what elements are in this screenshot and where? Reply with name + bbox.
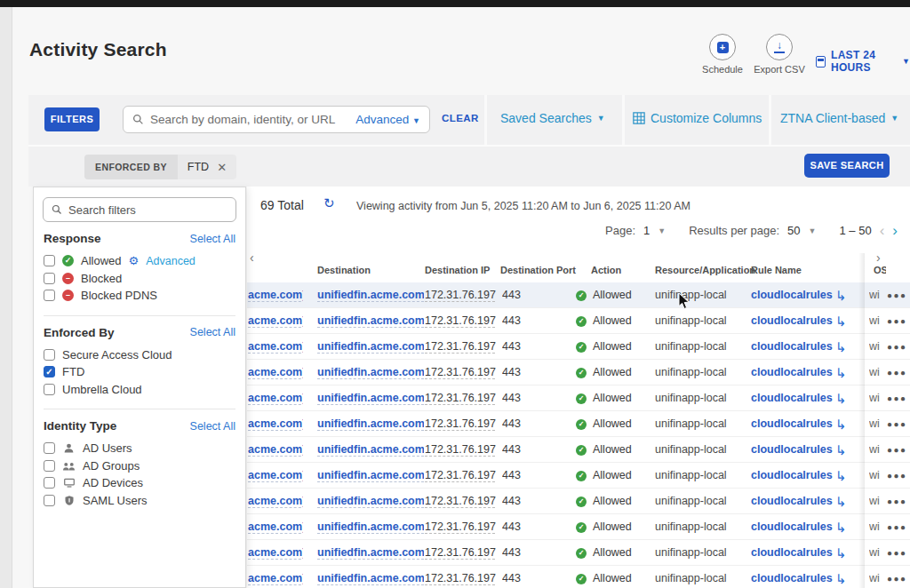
drilldown-arrow-icon[interactable]: ↳ [835,489,853,514]
row-menu-button[interactable]: ●●● [887,308,910,334]
identity-link[interactable]: acme.com) [248,437,303,463]
destination-ip-cell[interactable]: 172.31.76.197 [425,308,499,334]
destination-link[interactable]: unifiedfin.acme.com [317,282,424,308]
identity-link[interactable]: acme.com) [248,385,303,411]
checkbox[interactable] [44,477,55,489]
destination-link[interactable]: unifiedfin.acme.com [317,566,424,588]
saved-searches-dropdown[interactable]: Saved Searches▼ [500,111,605,125]
destination-ip-cell[interactable]: 172.31.76.197 [425,566,499,588]
table-row[interactable]: acme.com)unifiedfin.acme.com172.31.76.19… [247,385,910,411]
gear-icon[interactable]: ⚙ [129,255,140,266]
drilldown-arrow-icon[interactable]: ↳ [835,360,853,385]
row-menu-button[interactable]: ●●● [887,334,910,360]
row-menu-button[interactable]: ●●● [887,282,910,308]
table-row[interactable]: acme.com)unifiedfin.acme.com172.31.76.19… [247,437,910,463]
prev-page-icon[interactable]: ‹ [880,225,885,237]
filter-option[interactable]: –Blocked PDNS [44,287,235,305]
checkbox[interactable] [44,290,55,301]
export-csv-button[interactable]: ↓ Export CSV [751,34,808,75]
row-menu-button[interactable]: ●●● [887,566,910,588]
checkbox[interactable] [44,495,55,506]
rule-name-link[interactable]: cloudlocalrules [751,514,836,540]
select-all-link[interactable]: Select All [190,420,235,433]
page-number[interactable]: 1 [643,224,650,237]
checkbox[interactable] [44,255,55,266]
destination-link[interactable]: unifiedfin.acme.com [317,540,424,566]
rule-name-link[interactable]: cloudlocalrules [751,489,836,514]
filter-search-input[interactable]: Search filters [43,197,236,222]
drilldown-arrow-icon[interactable]: ↳ [835,437,853,463]
identity-link[interactable]: acme.com) [248,308,303,334]
drilldown-arrow-icon[interactable]: ↳ [835,282,853,308]
destination-link[interactable]: unifiedfin.acme.com [317,334,424,360]
drilldown-arrow-icon[interactable]: ↳ [835,385,853,411]
destination-link[interactable]: unifiedfin.acme.com [317,463,424,489]
drilldown-arrow-icon[interactable]: ↳ [835,308,853,334]
next-page-icon[interactable]: › [892,225,898,237]
advanced-link[interactable]: Advanced [146,255,196,267]
activity-search-input[interactable]: Search by domain, identity, or URL Advan… [123,106,430,133]
table-row[interactable]: acme.com)unifiedfin.acme.com172.31.76.19… [247,308,910,334]
scroll-left-icon[interactable]: ‹ [250,252,254,263]
checkbox[interactable] [44,460,55,472]
identity-link[interactable]: acme.com) [248,282,303,308]
destination-link[interactable]: unifiedfin.acme.com [317,385,424,411]
table-row[interactable]: acme.com)unifiedfin.acme.com172.31.76.19… [247,282,910,308]
table-row[interactable]: acme.com)unifiedfin.acme.com172.31.76.19… [247,411,910,437]
checkbox[interactable]: ✓ [44,366,55,377]
destination-link[interactable]: unifiedfin.acme.com [317,489,424,514]
table-row[interactable]: acme.com)unifiedfin.acme.com172.31.76.19… [247,566,910,588]
table-row[interactable]: acme.com)unifiedfin.acme.com172.31.76.19… [247,489,910,514]
identity-link[interactable]: acme.com) [248,411,303,437]
col-header-destination-port[interactable]: Destination Port [500,265,576,275]
page-dropdown-icon[interactable]: ▼ [658,226,666,235]
per-page-dropdown-icon[interactable]: ▼ [809,226,817,235]
row-menu-button[interactable]: ●●● [887,437,910,463]
time-range-selector[interactable]: LAST 24 HOURS ▼ [816,49,910,74]
col-header-os[interactable]: OS [874,265,886,275]
destination-ip-cell[interactable]: 172.31.76.197 [425,437,499,463]
checkbox[interactable] [44,384,55,395]
destination-ip-cell[interactable]: 172.31.76.197 [425,282,499,308]
rule-name-link[interactable]: cloudlocalrules [751,385,836,411]
save-search-button[interactable]: SAVE SEARCH [804,154,890,178]
rule-name-link[interactable]: cloudlocalrules [751,540,836,566]
identity-link[interactable]: acme.com) [248,514,303,540]
drilldown-arrow-icon[interactable]: ↳ [835,334,853,360]
row-menu-button[interactable]: ●●● [887,489,910,514]
destination-ip-cell[interactable]: 172.31.76.197 [425,489,499,514]
clear-button[interactable]: CLEAR [442,113,479,123]
rule-name-link[interactable]: cloudlocalrules [751,360,836,385]
row-menu-button[interactable]: ●●● [887,411,910,437]
destination-ip-cell[interactable]: 172.31.76.197 [425,514,499,540]
filter-option[interactable]: Umbrella Cloud [44,381,235,399]
filter-chip-enforced-by[interactable]: ENFORCED BY FTD ✕ [84,155,236,179]
identity-link[interactable]: acme.com) [248,360,303,385]
rule-name-link[interactable]: cloudlocalrules [751,282,836,308]
chip-close-icon[interactable]: ✕ [217,161,227,174]
drilldown-arrow-icon[interactable]: ↳ [835,514,853,540]
identity-link[interactable]: acme.com) [248,489,303,514]
drilldown-arrow-icon[interactable]: ↳ [835,411,853,437]
scroll-right-icon[interactable]: › [876,252,881,263]
table-row[interactable]: acme.com)unifiedfin.acme.com172.31.76.19… [247,360,910,385]
advanced-search-dropdown[interactable]: Advanced ▼ [355,113,420,126]
table-row[interactable]: acme.com)unifiedfin.acme.com172.31.76.19… [247,540,910,566]
destination-link[interactable]: unifiedfin.acme.com [317,514,424,540]
row-menu-button[interactable]: ●●● [887,463,910,489]
checkbox[interactable] [44,273,55,284]
table-row[interactable]: acme.com)unifiedfin.acme.com172.31.76.19… [247,334,910,360]
destination-ip-cell[interactable]: 172.31.76.197 [425,540,499,566]
filter-option[interactable]: AD Devices [44,474,235,492]
rule-name-link[interactable]: cloudlocalrules [751,437,836,463]
table-row[interactable]: acme.com)unifiedfin.acme.com172.31.76.19… [247,514,910,540]
filter-option[interactable]: ✓Allowed⚙Advanced [44,252,235,270]
destination-ip-cell[interactable]: 172.31.76.197 [425,334,499,360]
per-page-value[interactable]: 50 [787,224,800,237]
destination-link[interactable]: unifiedfin.acme.com [317,411,424,437]
ztna-mode-dropdown[interactable]: ZTNA Client-based▼ [780,111,898,125]
drilldown-arrow-icon[interactable]: ↳ [835,540,853,566]
destination-link[interactable]: unifiedfin.acme.com [317,308,424,334]
checkbox[interactable] [44,349,55,361]
col-header-destination[interactable]: Destination [317,265,371,275]
